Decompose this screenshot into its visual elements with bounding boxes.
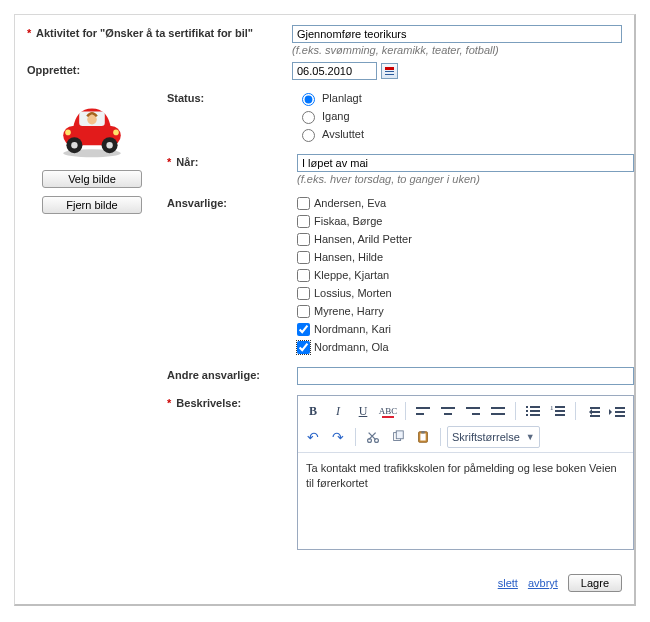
responsibles-list: Andersen, EvaFiskaa, BørgeHansen, Arild … [297,195,634,357]
status-radio[interactable] [302,111,315,124]
strike-or-spell-button[interactable]: ABC [377,400,399,422]
toolbar-separator [575,402,576,420]
remove-image-button[interactable]: Fjern bilde [42,196,142,214]
delete-link[interactable]: slett [498,577,518,589]
paste-button[interactable] [412,426,434,448]
created-label: Opprettet: [27,62,292,78]
responsible-checkbox[interactable] [297,233,310,246]
activity-title-hint: (f.eks. svømming, keramikk, teater, fotb… [292,44,622,56]
other-responsibles-label: Andre ansvarlige: [167,367,297,381]
status-label: Status: [167,90,297,104]
created-row: Opprettet: [27,62,622,80]
status-option[interactable]: Avsluttet [297,126,634,142]
responsible-name: Kleppe, Kjartan [314,267,389,283]
svg-point-5 [71,142,77,148]
italic-button[interactable]: I [327,400,349,422]
status-option[interactable]: Planlagt [297,90,634,106]
responsible-checkbox[interactable] [297,269,310,282]
responsible-checkbox[interactable] [297,305,310,318]
status-options: PlanlagtIgangAvsluttet [297,90,634,144]
when-hint: (f.eks. hver torsdag, to ganger i uken) [297,173,634,185]
form-footer: slett avbryt Lagre [27,574,622,592]
responsible-checkbox[interactable] [297,323,310,336]
svg-point-10 [368,439,372,443]
activity-form-panel: * Aktivitet for "Ønsker å ta sertifikat … [14,14,636,606]
responsible-item[interactable]: Fiskaa, Børge [297,213,634,229]
svg-rect-13 [396,431,403,439]
required-marker: * [167,397,171,409]
svg-point-9 [113,130,119,136]
rich-text-editor: B I U ABC [297,395,634,550]
copy-button[interactable] [387,426,409,448]
responsibles-label: Ansvarlige: [167,195,297,209]
font-size-label: Skriftstørrelse [452,431,520,443]
responsible-item[interactable]: Kleppe, Kjartan [297,267,634,283]
responsible-checkbox[interactable] [297,251,310,264]
required-marker: * [167,156,171,168]
responsible-name: Myrene, Harry [314,303,384,319]
image-column: Velg bilde Fjern bilde [27,90,157,560]
underline-button[interactable]: U [352,400,374,422]
responsible-name: Nordmann, Kari [314,321,391,337]
responsible-checkbox[interactable] [297,287,310,300]
cancel-link[interactable]: avbryt [528,577,558,589]
responsible-item[interactable]: Andersen, Eva [297,195,634,211]
bold-button[interactable]: B [302,400,324,422]
editor-toolbar: B I U ABC [298,396,633,448]
responsible-checkbox[interactable] [297,341,310,354]
responsible-checkbox[interactable] [297,215,310,228]
status-option-label: Igang [322,108,350,124]
svg-point-11 [375,439,379,443]
responsibles-row: Ansvarlige: Andersen, EvaFiskaa, BørgeHa… [167,195,634,357]
bullet-list-button[interactable] [522,400,544,422]
status-radio[interactable] [302,93,315,106]
description-row: * Beskrivelse: B I U ABC [167,395,634,550]
responsible-item[interactable]: Hansen, Arild Petter [297,231,634,247]
indent-button[interactable] [607,400,629,422]
created-date-input[interactable] [292,62,377,80]
responsible-checkbox[interactable] [297,197,310,210]
description-label: * Beskrivelse: [167,395,297,409]
svg-rect-16 [421,431,425,434]
status-option[interactable]: Igang [297,108,634,124]
select-image-button[interactable]: Velg bilde [42,170,142,188]
toolbar-separator [405,402,406,420]
activity-title-row: * Aktivitet for "Ønsker å ta sertifikat … [27,25,622,56]
when-row: * Når: (f.eks. hver torsdag, to ganger i… [167,154,634,185]
responsible-item[interactable]: Lossius, Morten [297,285,634,301]
responsible-item[interactable]: Nordmann, Kari [297,321,634,337]
activity-image [46,90,138,162]
status-row: Status: PlanlagtIgangAvsluttet [167,90,634,144]
font-size-select[interactable]: Skriftstørrelse ▼ [447,426,540,448]
align-left-button[interactable] [412,400,434,422]
cut-button[interactable] [362,426,384,448]
toolbar-separator [515,402,516,420]
when-input[interactable] [297,154,634,172]
responsible-name: Hansen, Hilde [314,249,383,265]
description-textarea[interactable]: Ta kontakt med trafikkskolen for påmeldi… [298,453,633,549]
responsible-item[interactable]: Hansen, Hilde [297,249,634,265]
svg-point-7 [106,142,112,148]
redo-button[interactable]: ↷ [327,426,349,448]
save-button[interactable]: Lagre [568,574,622,592]
svg-point-8 [65,130,71,136]
activity-title-label-text: Aktivitet for "Ønsker å ta sertifikat fo… [36,27,253,39]
responsible-name: Hansen, Arild Petter [314,231,412,247]
responsible-item[interactable]: Nordmann, Ola [297,339,634,355]
align-center-button[interactable] [437,400,459,422]
calendar-icon[interactable] [381,63,398,79]
chevron-down-icon: ▼ [526,432,535,442]
align-right-button[interactable] [462,400,484,422]
status-radio[interactable] [302,129,315,142]
responsible-item[interactable]: Myrene, Harry [297,303,634,319]
activity-title-input[interactable] [292,25,622,43]
other-responsibles-input[interactable] [297,367,634,385]
undo-button[interactable]: ↶ [302,426,324,448]
number-list-button[interactable] [547,400,569,422]
align-justify-button[interactable] [487,400,509,422]
responsible-name: Andersen, Eva [314,195,386,211]
when-label: * Når: [167,154,297,168]
outdent-button[interactable] [582,400,604,422]
responsible-name: Lossius, Morten [314,285,392,301]
required-marker: * [27,27,31,39]
